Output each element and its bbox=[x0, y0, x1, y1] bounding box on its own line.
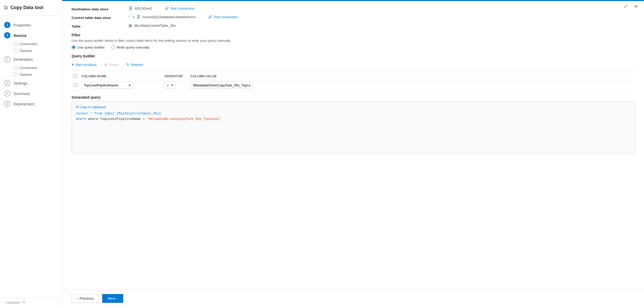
control-table-datastore-value: * ℹ 🗄 AzureSQLDatabaseLinkedService 🔗 Te… bbox=[129, 15, 238, 19]
source-connection-circle bbox=[13, 42, 18, 46]
table-name-text: dbo.MainControlTable_35o bbox=[134, 24, 176, 28]
table-value: ▦ dbo.MainControlTable_35o bbox=[129, 23, 176, 28]
col-name-header: COLUMN NAME bbox=[79, 72, 162, 80]
destination-datastore-label: Destination data store bbox=[72, 6, 129, 11]
sidebar-item-destination[interactable]: 3 Destination bbox=[0, 54, 62, 64]
source-dataset-circle bbox=[13, 49, 18, 53]
previous-button[interactable]: ‹ Previous bbox=[72, 294, 99, 303]
sidebar-item-label-summary: Summary bbox=[13, 91, 30, 96]
next-button[interactable]: Next › bbox=[102, 294, 123, 303]
radio-write-manually[interactable]: Write query manually bbox=[111, 45, 150, 49]
step-circle-5: 5 bbox=[4, 90, 10, 97]
next-label: Next bbox=[108, 296, 115, 301]
delete-label: Delete bbox=[109, 63, 119, 67]
sidebar-footer[interactable]: › Datasets 77 bbox=[0, 298, 62, 307]
main-footer: ‹ Previous Next › bbox=[62, 290, 644, 307]
previous-label: Previous bbox=[80, 296, 94, 301]
dest-connection-item[interactable]: Connection bbox=[13, 64, 62, 71]
source-connection-label: Connection bbox=[20, 42, 37, 46]
sidebar-item-label-destination: Destination bbox=[13, 57, 33, 62]
destination-datastore-text: ADLSGen2 bbox=[135, 6, 152, 10]
sidebar-item-properties[interactable]: 1 Properties bbox=[0, 20, 62, 30]
add-condition-label: Add condition bbox=[75, 63, 96, 67]
sidebar: ⧉ Copy Data tool 1 Properties 2 Source C… bbox=[0, 0, 62, 307]
sidebar-item-label-settings: Settings bbox=[13, 81, 27, 85]
control-test-connection-link[interactable]: 🔗 Test connection bbox=[208, 15, 238, 19]
control-table-datastore-row: Control table data store * ℹ 🗄 AzureSQLD… bbox=[72, 15, 635, 20]
destination-datastore-value: 🗄 ADLSGen2 🔗 Test connection bbox=[129, 6, 195, 11]
sidebar-item-deployment[interactable]: 6 Deployment bbox=[0, 99, 62, 109]
sql-icon: 🗄 bbox=[136, 15, 140, 19]
sidebar-nav: 1 Properties 2 Source Connection Dataset… bbox=[0, 16, 62, 113]
col-checkbox-header bbox=[72, 72, 79, 80]
refresh-icon: ↻ bbox=[127, 63, 130, 67]
step-circle-3: 3 bbox=[4, 56, 10, 62]
source-subnav: Connection Dataset bbox=[0, 40, 62, 54]
generated-query-code: select * from [dbo].[MainControlTable_35… bbox=[76, 111, 630, 122]
source-dataset-item[interactable]: Dataset bbox=[13, 47, 62, 54]
column-value-input[interactable] bbox=[190, 82, 253, 89]
column-name-select[interactable]: TopLevelPipelineName bbox=[81, 82, 133, 89]
chevron-right-icon: › bbox=[4, 301, 5, 304]
main-toolbar: ⤢ ✕ bbox=[623, 3, 639, 10]
operator-cell: = bbox=[162, 80, 188, 91]
col-operator-header: OPERATOR bbox=[162, 72, 188, 80]
destination-test-connection-link[interactable]: 🔗 Test connection bbox=[165, 6, 195, 10]
query-line-1: select * from [dbo].[MainControlTable_35… bbox=[76, 111, 630, 117]
sidebar-footer-label: Datasets bbox=[7, 301, 20, 304]
step-circle-6: 6 bbox=[4, 101, 10, 107]
dest-connection-label: Connection bbox=[20, 66, 37, 70]
destination-datastore-row: Destination data store 🗄 ADLSGen2 🔗 Test… bbox=[72, 6, 635, 11]
operator-select[interactable]: = bbox=[164, 82, 175, 89]
control-table-datastore-label: Control table data store bbox=[72, 15, 129, 20]
expand-button[interactable]: ⤢ bbox=[623, 3, 629, 10]
table-label: Table bbox=[72, 23, 129, 28]
sidebar-item-summary[interactable]: 5 Summary bbox=[0, 88, 62, 99]
add-condition-button[interactable]: + Add condition bbox=[72, 61, 100, 68]
column-value-cell bbox=[188, 80, 635, 91]
refresh-button[interactable]: ↻ Refresh bbox=[127, 62, 146, 68]
main-content: Destination data store 🗄 ADLSGen2 🔗 Test… bbox=[62, 0, 644, 290]
top-progress-bar bbox=[62, 0, 644, 1]
generated-query-title: Generated query bbox=[72, 95, 635, 99]
query-builder-title: Query builder bbox=[72, 54, 635, 58]
query-builder-table: COLUMN NAME OPERATOR COLUMN VALUE TopLev… bbox=[72, 72, 635, 91]
toolbar-divider-2 bbox=[124, 62, 124, 67]
radio-builder-input[interactable] bbox=[72, 45, 76, 49]
toolbar-divider-1 bbox=[102, 62, 102, 67]
copy-data-icon: ⧉ bbox=[4, 5, 8, 11]
delete-button[interactable]: 🗑 Delete bbox=[104, 62, 122, 68]
destination-subnav: Connection Dataset bbox=[0, 64, 62, 78]
row-checkbox-cell bbox=[72, 80, 79, 91]
chevron-left-icon: ‹ bbox=[77, 296, 78, 301]
sidebar-item-source[interactable]: 2 Source bbox=[0, 30, 62, 40]
sidebar-title: Copy Data tool bbox=[10, 5, 43, 10]
control-test-connection-label: Test connection bbox=[213, 15, 238, 19]
radio-manual-label: Write query manually bbox=[117, 45, 150, 49]
control-table-datastore-text: AzureSQLDatabaseLinkedService bbox=[142, 15, 196, 19]
sidebar-header: ⧉ Copy Data tool bbox=[0, 0, 62, 16]
select-all-checkbox[interactable] bbox=[74, 74, 77, 78]
filter-description: Use the query builder below to filter co… bbox=[72, 39, 635, 43]
dest-dataset-item[interactable]: Dataset bbox=[13, 71, 62, 78]
copy-to-clipboard-label: Copy to clipboard bbox=[80, 105, 106, 109]
query-line-1-text: select * from [dbo].[MainControlTable_35… bbox=[76, 112, 161, 115]
row-checkbox[interactable] bbox=[74, 83, 77, 87]
generated-query-box: ⧉ Copy to clipboard select * from [dbo].… bbox=[72, 101, 635, 153]
column-name-cell: TopLevelPipelineName bbox=[79, 80, 162, 91]
sidebar-item-label-source: Source bbox=[13, 33, 27, 38]
dest-dataset-circle bbox=[13, 72, 18, 77]
filter-radio-group: Use query builder Write query manually bbox=[72, 45, 635, 49]
chevron-right-icon-next: › bbox=[116, 296, 118, 301]
query-line-2: where where TopLevelPipelineName = 'Meta… bbox=[76, 117, 630, 122]
copy-icon: ⧉ bbox=[76, 105, 78, 109]
destination-test-connection-label: Test connection bbox=[170, 6, 195, 10]
source-connection-item[interactable]: Connection bbox=[13, 40, 62, 47]
sidebar-item-settings[interactable]: 4 Settings bbox=[0, 78, 62, 88]
col-value-header: COLUMN VALUE bbox=[188, 72, 635, 80]
copy-to-clipboard-button[interactable]: ⧉ Copy to clipboard bbox=[76, 105, 106, 109]
radio-manual-input[interactable] bbox=[111, 45, 115, 49]
sidebar-item-label-properties: Properties bbox=[13, 23, 31, 27]
close-button[interactable]: ✕ bbox=[633, 3, 639, 10]
radio-use-query-builder[interactable]: Use query builder bbox=[72, 45, 105, 49]
